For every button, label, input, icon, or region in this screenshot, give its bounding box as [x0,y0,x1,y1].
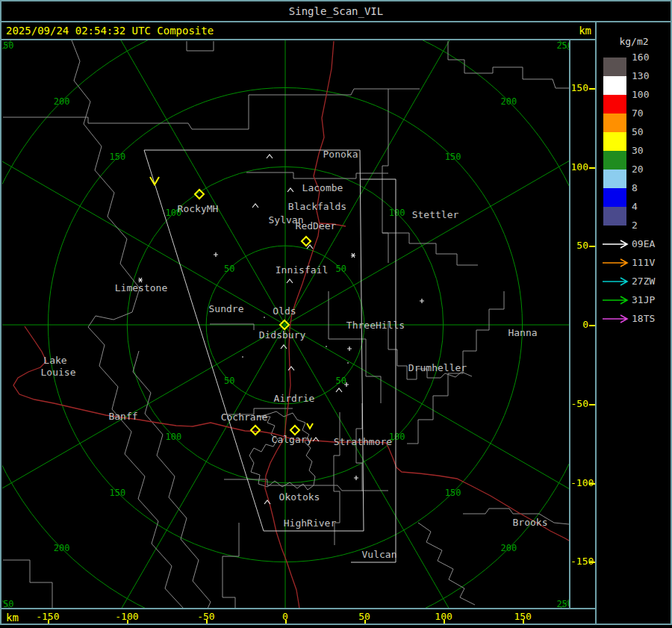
frame-left-border [0,0,1,625]
track-id-label: 09EA [632,239,655,249]
storm-marker-asterisk [351,253,355,258]
track-id-label: 111V [632,258,655,268]
track-legend-row: 18TS [602,314,672,324]
ring-label-50: 50 [224,376,234,386]
county-boundary [223,523,239,609]
ring-label-200: 200 [501,543,517,553]
city-label: Calgary [272,434,313,445]
radar-map-viewport[interactable]: 5050505010010010010015015015015020020020… [2,40,569,609]
storm-marker-caret [336,388,342,392]
cell-motion-arrow-icon [307,423,313,429]
azimuth-radial-330 [54,40,285,325]
county-boundary [224,479,388,491]
colorbar-unit-label: kg/m2 [597,36,671,47]
radar-app-window: Single_Scan_VIL 2025/09/24 02:54:32 UTC … [0,0,672,628]
y-tick-mark [589,167,595,169]
county-boundary [249,411,315,490]
county-boundary [418,523,475,605]
colorbar-label: 160 [632,52,669,63]
x-axis-unit-label: km [6,612,19,624]
y-tick-label: -150 [570,556,588,567]
header-bottom-border [0,39,597,40]
map-canvas[interactable]: 5050505010010010010015015015015020020020… [2,40,569,609]
county-boundary [448,41,569,88]
city-label: Airdrie [274,393,315,404]
track-arrow-icon [602,314,630,323]
storm-marker-caret [267,155,273,158]
track-arrow-icon [602,258,630,267]
colorbar-swatch-50 [603,132,626,151]
track-arrow-icon [602,277,630,286]
track-legend-row: 09EA [602,239,672,249]
ring-label-100: 100 [165,432,181,442]
city-label: Cochrane [221,411,268,423]
y-tick-mark [589,483,595,485]
county-boundary [246,172,388,178]
cell-motion-arrow-icon [150,177,159,184]
storm-marker-caret [288,367,294,370]
y-axis: 150100500-50-100-150 [570,40,596,609]
county-boundary [329,291,381,403]
y-tick-label: 0 [570,319,588,330]
colorbar-label: 70 [632,108,669,119]
city-label: Brooks [513,517,548,528]
sidebar-left-border [595,21,597,625]
track-legend-row: 31JP [602,295,672,305]
city-label: Louise [41,367,76,378]
colorbar-label: 4 [632,202,669,212]
track-legend-row: 27ZW [602,276,672,287]
track-id-label: 31JP [632,295,655,305]
frame-bottom-border [0,624,672,625]
storm-marker-caret [287,279,293,283]
storm-marker-caret [287,188,293,192]
app-title: Single_Scan_VIL [289,5,383,17]
city-label: Lake [43,355,66,366]
radar-site-diamond-icon [251,426,260,435]
city-label: RedDeer [296,220,337,231]
colorbar-swatch-20 [603,170,626,188]
city-label: Banff [108,411,137,422]
city-label: Olds [273,305,296,317]
ring-label-200: 200 [501,96,517,107]
county-boundary [3,117,249,129]
azimuth-radial-150 [285,325,517,609]
city-label: Okotoks [279,491,320,503]
track-legend-row: 111V [602,258,672,268]
city-label: Didsbury [259,329,306,341]
city-label: RockyMH [178,203,219,214]
track-id-label: 18TS [632,314,655,324]
ring-label-250: 250 [556,40,569,51]
ring-label-250: 250 [2,40,14,51]
county-boundary [187,41,214,51]
storm-marker-caret [281,345,287,349]
legend-sidebar: kg/m2 16013010070503020842 09EA111V27ZW3… [597,22,672,624]
y-tick-mark [589,325,595,326]
colorbar-label: 30 [632,146,669,156]
y-axis-unit-label: km [557,25,591,37]
storm-marker-plus [354,476,358,480]
y-tick-label: 150 [570,82,588,93]
city-label: Vulcan [362,549,397,560]
track-id-label: 27ZW [632,276,655,287]
city-label: Drumheller [408,362,467,373]
y-tick-label: -50 [570,398,588,409]
radar-site-diamond-icon [302,237,311,246]
ring-label-150: 150 [445,152,461,162]
plot-bottom-border [0,608,597,609]
y-tick-label: 100 [570,161,588,172]
colorbar-swatch-70 [603,114,626,132]
colorbar-label: 100 [632,90,669,100]
y-tick-mark [589,404,595,405]
city-label: Strathmore [334,436,392,447]
county-boundary [133,351,211,609]
colorbar-swatch-130 [603,76,626,95]
scan-timestamp: 2025/09/24 02:54:32 UTC Composite [6,25,214,37]
ring-label-200: 200 [54,543,70,553]
ring-label-150: 150 [110,488,126,498]
city-label: Lacombe [302,182,343,193]
title-bar: Single_Scan_VIL [0,0,672,22]
ring-label-50: 50 [336,264,346,274]
colorbar-swatch-100 [603,95,626,114]
colorbar-label: 2 [632,220,669,231]
colorbar-swatch-8 [603,188,626,207]
